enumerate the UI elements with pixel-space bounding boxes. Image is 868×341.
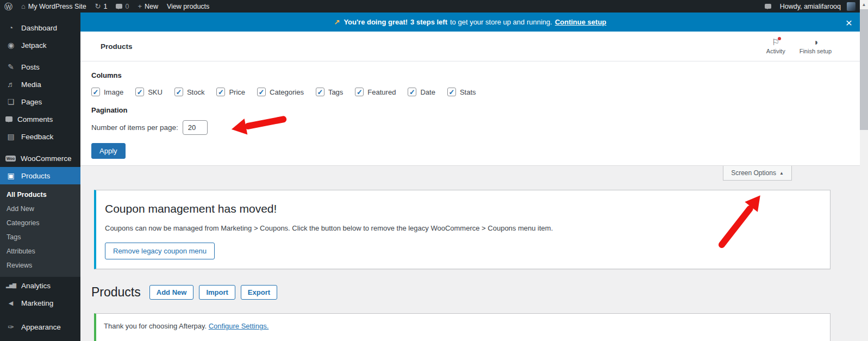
products-submenu: All Products Add New Categories Tags Att… <box>0 184 80 277</box>
submenu-item-label: Reviews <box>7 262 32 269</box>
submenu-item[interactable]: Attributes <box>0 244 80 258</box>
checkbox-checked-icon[interactable]: ✓ <box>216 88 225 96</box>
new-content-menu[interactable]: + New <box>133 0 163 13</box>
view-products-label: View products <box>167 3 209 10</box>
dashboard-icon: ◔ <box>5 24 16 32</box>
column-checkbox[interactable]: ✓ Featured <box>355 88 396 96</box>
checkbox-checked-icon[interactable]: ✓ <box>447 88 456 96</box>
sidebar-item[interactable]: ♬ Media <box>0 76 80 93</box>
submenu-item[interactable]: Tags <box>0 230 80 244</box>
screen-options-tab[interactable]: Screen Options ▲ <box>723 166 792 181</box>
finish-setup-icon: ◑ <box>813 38 819 47</box>
column-checkbox-label: Stats <box>460 88 476 96</box>
banner-steps: 3 steps left <box>410 18 447 26</box>
add-new-button[interactable]: Add New <box>149 285 194 300</box>
activity-flag-icon: ⚐ <box>772 38 779 47</box>
pagination-legend: Pagination <box>91 106 860 114</box>
checkbox-checked-icon[interactable]: ✓ <box>135 88 144 96</box>
avatar[interactable] <box>847 2 855 11</box>
submenu-item-label: Categories <box>7 219 39 227</box>
column-checkbox-label: Featured <box>367 88 396 96</box>
activity-label: Activity <box>766 48 785 54</box>
column-checkbox[interactable]: ✓ Date <box>408 88 435 96</box>
breadcrumb[interactable]: Products <box>101 42 133 51</box>
column-checkbox-label: Tags <box>328 88 343 96</box>
column-checkbox-label: Categories <box>270 88 304 96</box>
admin-sidebar: ◔ Dashboard ◉ Jetpack ✎ Posts ♬ Media ❏ … <box>0 13 80 341</box>
screen-options-tab-label: Screen Options <box>731 169 776 177</box>
finish-setup-button[interactable]: ◑ Finish setup <box>800 38 832 54</box>
submenu-item[interactable]: Reviews <box>0 258 80 272</box>
afterpay-text: Thank you for choosing Afterpay. <box>104 322 207 330</box>
howdy-label: Howdy, amialifarooq <box>780 3 841 10</box>
sidebar-item[interactable]: ❏ Pages <box>0 93 80 110</box>
column-checkbox[interactable]: ✓ Image <box>91 88 123 96</box>
appearance-icon: ✑ <box>5 323 16 331</box>
wordpress-menu[interactable]: Ⓦ <box>0 0 17 13</box>
column-checkbox-label: Date <box>420 88 435 96</box>
sidebar-item[interactable]: ◔ Dashboard <box>0 19 80 36</box>
submenu-item[interactable]: Add New <box>0 202 80 216</box>
notifications-bubble[interactable] <box>760 4 776 9</box>
sidebar-item[interactable]: ▤ Feedback <box>0 128 80 145</box>
woocommerce-icon: Woo <box>5 156 16 162</box>
sidebar-item[interactable]: ▣ Products <box>0 167 80 184</box>
column-checkbox[interactable]: ✓ Categories <box>257 88 304 96</box>
configure-settings-link[interactable]: Configure Settings. <box>209 322 269 330</box>
column-checkbox[interactable]: ✓ Tags <box>316 88 343 96</box>
checkbox-checked-icon[interactable]: ✓ <box>408 88 416 96</box>
sidebar-item-label: WooCommerce <box>21 154 72 163</box>
submenu-item-label: All Products <box>7 191 47 199</box>
activity-button[interactable]: ⚐ Activity <box>766 38 785 54</box>
scrollbar-up-arrow[interactable]: ▲ <box>860 0 868 9</box>
feedback-icon: ▤ <box>5 133 16 140</box>
sidebar-item-label: Marketing <box>21 299 53 307</box>
sidebar-item[interactable]: Comments <box>0 110 80 128</box>
header-actions: ⚐ Activity ◑ Finish setup <box>766 38 832 54</box>
submenu-item[interactable]: Categories <box>0 216 80 230</box>
updates-link[interactable]: ↻ 1 <box>91 0 112 13</box>
submenu-item-label: Tags <box>7 233 21 241</box>
checkbox-checked-icon[interactable]: ✓ <box>355 88 364 96</box>
export-button[interactable]: Export <box>241 285 277 300</box>
site-name-link[interactable]: ⌂ My WordPress Site <box>17 0 91 13</box>
checkbox-checked-icon[interactable]: ✓ <box>257 88 266 96</box>
sidebar-item[interactable]: ◀ Marketing <box>0 294 80 312</box>
sidebar-item-label: Comments <box>17 115 53 123</box>
column-checkbox[interactable]: ✓ SKU <box>135 88 163 96</box>
items-per-page-input[interactable] <box>183 120 208 135</box>
column-checkbox[interactable]: ✓ Stock <box>174 88 205 96</box>
coupon-notice-body: Coupons can now be managed from Marketin… <box>105 224 821 232</box>
column-checkbox[interactable]: ✓ Price <box>216 88 245 96</box>
checkbox-checked-icon[interactable]: ✓ <box>91 88 100 96</box>
sidebar-item[interactable]: ▂▅▇ Analytics <box>0 277 80 294</box>
account-menu[interactable]: Howdy, amialifarooq <box>776 2 860 11</box>
woocommerce-header: Products ⚐ Activity ◑ Finish setup <box>80 32 860 61</box>
admin-bar-right: Howdy, amialifarooq <box>760 2 860 11</box>
column-checkbox[interactable]: ✓ Stats <box>447 88 476 96</box>
remove-legacy-coupon-button[interactable]: Remove legacy coupon menu <box>105 243 215 259</box>
apply-button[interactable]: Apply <box>91 143 126 159</box>
comments-icon <box>5 116 13 122</box>
view-products-link[interactable]: View products <box>163 0 214 13</box>
sidebar-item[interactable]: ✑ Appearance <box>0 318 80 336</box>
continue-setup-link[interactable]: Continue setup <box>555 18 607 26</box>
new-label: New <box>145 3 158 10</box>
close-icon[interactable]: × <box>846 16 852 28</box>
checkbox-checked-icon[interactable]: ✓ <box>174 88 183 96</box>
import-button[interactable]: Import <box>199 285 235 300</box>
comments-link[interactable]: 0 <box>111 0 133 13</box>
sidebar-item-label: Appearance <box>21 323 61 331</box>
sidebar-item[interactable]: ◉ Jetpack <box>0 36 80 54</box>
sidebar-item[interactable]: Woo WooCommerce <box>0 150 80 167</box>
sidebar-item[interactable]: ✎ Posts <box>0 58 80 76</box>
banner-rest: to get your store up and running. <box>450 18 552 26</box>
page-title-row: Products Add New Import Export <box>91 285 277 300</box>
submenu-item[interactable]: All Products <box>0 188 80 202</box>
scrollbar-thumb[interactable] <box>860 9 868 130</box>
checkbox-checked-icon[interactable]: ✓ <box>316 88 324 96</box>
column-checkbox-label: Price <box>229 88 245 96</box>
sidebar-item-label: Dashboard <box>21 24 57 32</box>
finish-setup-label: Finish setup <box>800 48 832 54</box>
updates-count: 1 <box>104 3 108 10</box>
